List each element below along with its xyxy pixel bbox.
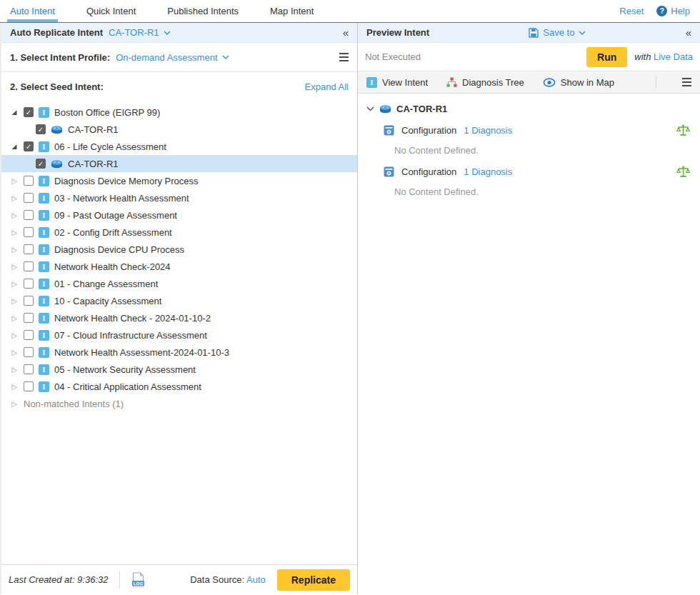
- expander-icon[interactable]: ▷: [10, 263, 19, 271]
- help-button[interactable]: ? Help: [656, 6, 690, 16]
- tab-quick-intent[interactable]: Quick Intent: [86, 0, 136, 22]
- intent-icon: I: [39, 176, 49, 186]
- replicate-button[interactable]: Replicate: [277, 569, 350, 591]
- tree-row[interactable]: ▷ I 03 - Network Health Assessment: [1, 189, 357, 206]
- checkbox[interactable]: [24, 330, 34, 340]
- run-button[interactable]: Run: [586, 47, 627, 67]
- tree-row[interactable]: ▷ I 05 - Network Security Assessment: [1, 361, 357, 378]
- collapse-right-panel-icon[interactable]: «: [686, 27, 691, 38]
- expander-icon[interactable]: ▷: [10, 400, 19, 408]
- tab-label: Diagnosis Tree: [462, 77, 524, 88]
- tab-diagnosis-tree[interactable]: Diagnosis Tree: [446, 77, 524, 88]
- section-body-text: No Content Defined.: [394, 145, 691, 156]
- expander-icon[interactable]: ◢: [10, 109, 19, 116]
- tree-row[interactable]: ▷ Non-matched Intents (1): [1, 395, 357, 412]
- scales-icon[interactable]: [676, 124, 690, 136]
- checkbox[interactable]: [24, 347, 34, 357]
- diagnosis-link[interactable]: 1 Diagnosis: [464, 166, 512, 177]
- tab-show-in-map[interactable]: Show in Map: [543, 77, 614, 88]
- tab-auto-intent[interactable]: Auto Intent: [10, 0, 55, 22]
- tree-row[interactable]: ▷ I Network Health Assessment-2024-01-10…: [1, 344, 357, 361]
- nav-right: Reset ? Help: [619, 6, 690, 16]
- left-panel-title: Auto Replicate Intent: [10, 27, 103, 38]
- tree-row[interactable]: ▷ I Diagnosis Device Memory Process: [1, 172, 357, 189]
- checkbox[interactable]: [24, 244, 34, 254]
- diagnosis-link[interactable]: 1 Diagnosis: [464, 125, 512, 136]
- tree-item-label: Network Health Assessment-2024-01-10-3: [54, 347, 229, 358]
- tree-row[interactable]: ▷ I 10 - Capacity Assessment: [1, 292, 357, 309]
- live-data-link[interactable]: Live Data: [654, 51, 693, 62]
- tree-row[interactable]: ▷ I 07 - Cloud Infrastructure Assessment: [1, 326, 357, 344]
- expander-icon[interactable]: ▷: [10, 314, 19, 322]
- reset-button[interactable]: Reset: [619, 6, 644, 16]
- device-selector-value: CA-TOR-R1: [109, 27, 159, 38]
- checkbox[interactable]: ✓: [36, 159, 46, 169]
- tree-item-label: 09 - Past Outage Assessment: [54, 210, 177, 221]
- checkbox[interactable]: [24, 279, 34, 289]
- configuration-icon: [384, 166, 394, 177]
- expand-all-link[interactable]: Expand All: [305, 81, 349, 92]
- checkbox[interactable]: [24, 193, 34, 203]
- tree-row[interactable]: ✓ CA-TOR-R1: [1, 155, 357, 172]
- tree-row[interactable]: ▷ I 09 - Past Outage Assessment: [1, 206, 357, 224]
- data-source-value-link[interactable]: Auto: [246, 574, 266, 585]
- checkbox[interactable]: [24, 296, 34, 306]
- tree-row[interactable]: ▷ I Network Health Check-2024: [1, 258, 357, 275]
- tree-item-label: CA-TOR-R1: [68, 159, 119, 169]
- expander-icon[interactable]: ▷: [10, 331, 19, 339]
- checkbox[interactable]: [24, 210, 34, 220]
- tab-map-intent[interactable]: Map Intent: [270, 0, 314, 22]
- tree-row[interactable]: ▷ I Network Health Check - 2024-01-10-2: [1, 309, 357, 326]
- intent-icon: I: [39, 141, 49, 152]
- intent-icon: I: [39, 330, 49, 341]
- checkbox[interactable]: [24, 364, 34, 374]
- checkbox[interactable]: [24, 176, 34, 186]
- save-to-dropdown[interactable]: Save to: [529, 27, 586, 38]
- checkbox[interactable]: ✓: [36, 124, 46, 134]
- tree-row[interactable]: ◢ ✓ I Boston Office (EIGRP 99): [1, 104, 357, 121]
- expander-icon[interactable]: ◢: [10, 143, 19, 150]
- preview-device-row[interactable]: CA-TOR-R1: [366, 104, 691, 114]
- tree-item-label: 01 - Change Assessment: [54, 279, 158, 289]
- auto-replicate-panel: Auto Replicate Intent CA-TOR-R1 « 1. Sel…: [0, 23, 358, 594]
- expander-icon[interactable]: ▷: [10, 383, 19, 391]
- expander-icon[interactable]: ▷: [10, 349, 19, 356]
- checkbox[interactable]: ✓: [24, 141, 34, 151]
- device-selector-dropdown[interactable]: CA-TOR-R1: [109, 27, 171, 38]
- tree-row[interactable]: ▷ I 02 - Config Drift Assessment: [1, 224, 357, 241]
- scales-icon[interactable]: [676, 166, 690, 178]
- checkbox[interactable]: [24, 381, 34, 391]
- expander-icon[interactable]: ▷: [10, 246, 19, 254]
- section-title: Configuration: [401, 125, 456, 136]
- expander-icon[interactable]: ▷: [10, 229, 19, 236]
- nav-tabs: Auto Intent Quick Intent Published Inten…: [10, 0, 314, 22]
- with-live-data: with Live Data: [634, 51, 693, 62]
- tree-row[interactable]: ▷ I 01 - Change Assessment: [1, 275, 357, 292]
- tab-view-intent[interactable]: I View Intent: [366, 77, 428, 88]
- intent-icon: I: [39, 313, 49, 324]
- expander-icon[interactable]: ▷: [10, 211, 19, 219]
- expander-icon[interactable]: ▷: [10, 366, 19, 374]
- checkbox[interactable]: ✓: [24, 107, 34, 117]
- profile-menu-icon[interactable]: [339, 53, 349, 61]
- diagnosis-tree-icon: [446, 77, 457, 88]
- expander-icon[interactable]: ▷: [10, 280, 19, 288]
- expander-icon[interactable]: ▷: [10, 297, 19, 305]
- tree-row[interactable]: ◢ ✓ I 06 - Life Cycle Assessment: [1, 138, 357, 155]
- checkbox[interactable]: [24, 227, 34, 237]
- tree-row[interactable]: ▷ I Diagnosis Device CPU Process: [1, 241, 357, 258]
- collapse-left-panel-icon[interactable]: «: [343, 27, 349, 38]
- tab-published-intents[interactable]: Published Intents: [167, 0, 239, 22]
- expander-icon[interactable]: ▷: [10, 177, 19, 185]
- expander-icon[interactable]: ▷: [10, 194, 19, 202]
- preview-menu-icon[interactable]: [682, 78, 691, 86]
- checkbox[interactable]: [24, 261, 34, 271]
- checkbox[interactable]: [24, 313, 34, 323]
- data-source-label: Data Source:: [190, 574, 244, 585]
- tree-row[interactable]: ✓ CA-TOR-R1: [1, 121, 357, 138]
- intent-profile-dropdown[interactable]: On-demand Assessment: [116, 52, 229, 63]
- intent-profile-label: 1. Select Intent Profile:: [10, 52, 110, 63]
- tree-row[interactable]: ▷ I 04 - Critical Application Assessment: [1, 378, 357, 395]
- log-file-icon[interactable]: LOG: [131, 572, 145, 587]
- tree-item-label: Network Health Check-2024: [54, 261, 171, 272]
